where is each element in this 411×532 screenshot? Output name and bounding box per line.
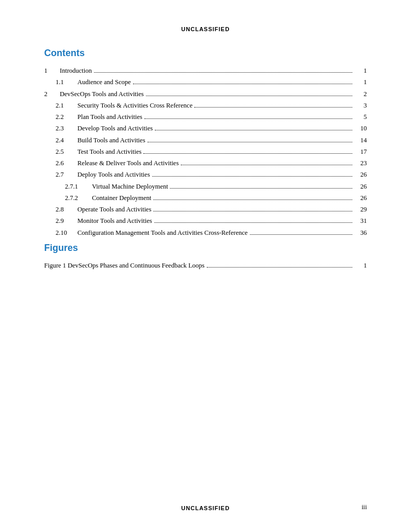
figure-label: Figure 1 DevSecOps Phases and Continuous… [44, 261, 205, 271]
toc-label: Plan Tools and Activities [77, 112, 142, 122]
toc-label: Deploy Tools and Activities [77, 170, 150, 180]
footer-page-num: iii [362, 503, 367, 511]
toc-page: 26 [354, 193, 367, 203]
toc-item-1[interactable]: 1Introduction1 [44, 66, 367, 76]
toc-label: Build Tools and Activities [77, 136, 145, 145]
toc-number: 2.10 [56, 228, 77, 238]
toc-dots [153, 211, 352, 211]
toc-item-2[interactable]: 2DevSecOps Tools and Activities2 [44, 89, 367, 99]
toc-item-2.7.1[interactable]: 2.7.1Virtual Machine Deployment26 [44, 182, 367, 192]
toc-dots [94, 72, 352, 73]
toc-label: Security Tools & Activities Cross Refere… [77, 101, 192, 111]
toc-dots [143, 153, 352, 154]
toc-dots [133, 84, 352, 84]
header-stamp: UNCLASSIFIED [44, 26, 367, 32]
toc-label: Introduction [60, 66, 92, 76]
toc-number: 2.4 [56, 136, 77, 145]
toc-dots [194, 107, 352, 108]
figures-section: Figures Figure 1 DevSecOps Phases and Co… [44, 243, 367, 271]
toc-label: Test Tools and Activities [77, 147, 141, 157]
toc-item-1.1[interactable]: 1.1Audience and Scope1 [44, 77, 367, 87]
toc-label: Configuration Management Tools and Activ… [77, 228, 248, 238]
toc-number: 2.8 [56, 205, 77, 215]
toc-page: 36 [354, 228, 367, 238]
toc-page: 26 [354, 182, 367, 192]
toc-page: 14 [354, 136, 367, 145]
toc-item-2.10[interactable]: 2.10Configuration Management Tools and A… [44, 228, 367, 238]
toc-dots [154, 222, 352, 223]
toc-dots [144, 118, 352, 119]
toc-page: 29 [354, 205, 367, 215]
toc-page: 5 [354, 112, 367, 122]
figures-container: Figure 1 DevSecOps Phases and Continuous… [44, 261, 367, 271]
toc-item-2.6[interactable]: 2.6Release & Deliver Tools and Activitie… [44, 158, 367, 168]
toc-page: 10 [354, 124, 367, 134]
toc-dots [155, 130, 352, 130]
toc-dots [152, 176, 352, 177]
toc-label: Release & Deliver Tools and Activities [77, 158, 179, 168]
toc-number: 2.7.2 [65, 193, 92, 203]
figure-dots [207, 267, 352, 268]
toc-item-2.8[interactable]: 2.8Operate Tools and Activities29 [44, 205, 367, 215]
page: UNCLASSIFIED Contents 1Introduction11.1A… [0, 0, 411, 532]
toc-dots [153, 200, 352, 200]
contents-heading: Contents [44, 48, 367, 59]
figure-page: 1 [354, 261, 367, 271]
toc-number: 1.1 [56, 77, 77, 87]
toc-label: Develop Tools and Activities [77, 124, 153, 134]
toc-label: Monitor Tools and Activities [77, 216, 152, 226]
toc-page: 1 [354, 77, 367, 87]
toc-dots [170, 188, 352, 189]
toc-number: 2.7.1 [65, 182, 92, 192]
toc-item-2.5[interactable]: 2.5Test Tools and Activities17 [44, 147, 367, 157]
footer-stamp: UNCLASSIFIED [0, 505, 411, 511]
toc-page: 2 [354, 89, 367, 99]
toc-number: 2.6 [56, 158, 77, 168]
toc-page: 3 [354, 101, 367, 111]
toc-item-2.4[interactable]: 2.4Build Tools and Activities14 [44, 136, 367, 145]
toc-label: Virtual Machine Deployment [92, 182, 168, 192]
toc-item-2.9[interactable]: 2.9Monitor Tools and Activities31 [44, 216, 367, 226]
toc-dots [181, 165, 352, 165]
toc-page: 1 [354, 66, 367, 76]
figure-item-fig1[interactable]: Figure 1 DevSecOps Phases and Continuous… [44, 261, 367, 271]
toc-container: 1Introduction11.1Audience and Scope12Dev… [44, 66, 367, 237]
toc-dots [250, 234, 352, 235]
toc-number: 2.1 [56, 101, 77, 111]
toc-label: Operate Tools and Activities [77, 205, 151, 215]
toc-label: DevSecOps Tools and Activities [60, 89, 144, 99]
toc-label: Audience and Scope [77, 77, 131, 87]
toc-item-2.1[interactable]: 2.1Security Tools & Activities Cross Ref… [44, 101, 367, 111]
toc-item-2.2[interactable]: 2.2Plan Tools and Activities5 [44, 112, 367, 122]
toc-item-2.7.2[interactable]: 2.7.2Container Deployment26 [44, 193, 367, 203]
toc-number: 2.5 [56, 147, 77, 157]
toc-page: 31 [354, 216, 367, 226]
toc-page: 26 [354, 170, 367, 180]
toc-number: 2.9 [56, 216, 77, 226]
toc-item-2.7[interactable]: 2.7Deploy Tools and Activities26 [44, 170, 367, 180]
toc-number: 2.3 [56, 124, 77, 134]
figures-heading: Figures [44, 243, 367, 254]
toc-page: 17 [354, 147, 367, 157]
toc-page: 23 [354, 158, 367, 168]
contents-section: Contents 1Introduction11.1Audience and S… [44, 48, 367, 237]
toc-number: 2.2 [56, 112, 77, 122]
toc-number: 2 [44, 89, 60, 99]
toc-label: Container Deployment [92, 193, 151, 203]
toc-number: 2.7 [56, 170, 77, 180]
toc-dots [146, 96, 352, 96]
toc-dots [148, 142, 353, 142]
toc-item-2.3[interactable]: 2.3Develop Tools and Activities10 [44, 124, 367, 134]
toc-number: 1 [44, 66, 60, 76]
